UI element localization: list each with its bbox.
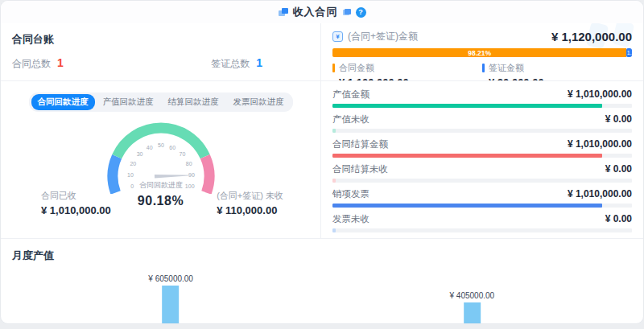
gauge-tick-label: 0 — [130, 183, 134, 189]
gauge-segment — [113, 157, 117, 193]
amount-icon: ¥ — [332, 31, 343, 42]
legend-marker — [482, 64, 485, 72]
summary-header-block: ¥ (合同+签证)金额 ¥ 1,120,000.00 98.21% 1. 合同金… — [321, 23, 643, 81]
row-bar-fill — [332, 129, 336, 133]
row-bar-track — [332, 129, 632, 133]
amount-row-合同结算未收: 合同结算未收 ¥ 0.00 — [332, 163, 632, 183]
row-bar-track — [332, 179, 632, 183]
gauge-name: 合同回款进度 — [139, 181, 183, 189]
legend-label: 签证金额 — [489, 62, 524, 74]
unreceived-label: (合同+签证) 未收 — [217, 190, 283, 202]
legend-value: ¥ 20,000.00 — [489, 76, 632, 81]
row-bar-track — [332, 204, 632, 208]
row-label: 产值金额 — [332, 88, 369, 101]
header: 收入合同 ? — [1, 1, 643, 23]
summary-legend: 合同金额 ¥ 1,100,000.00 签证金额 ¥ 20,000.00 — [332, 62, 632, 81]
legend-marker — [332, 64, 335, 72]
bar — [163, 286, 180, 324]
tab-合同回款进度[interactable]: 合同回款进度 — [31, 94, 95, 110]
legend-合同金额: 合同金额 ¥ 1,100,000.00 — [332, 62, 482, 81]
gauge-tick-label: 40 — [146, 145, 152, 150]
amount-row-产值未收: 产值未收 ¥ 0.00 — [332, 113, 632, 133]
legend-签证金额: 签证金额 ¥ 20,000.00 — [482, 62, 632, 81]
row-label: 销项发票 — [332, 188, 369, 200]
summary-title: (合同+签证)金额 — [348, 30, 418, 43]
legend-value: ¥ 1,100,000.00 — [339, 76, 482, 81]
row-bar-fill — [332, 104, 602, 108]
gauge-chart: 0102030405060708090100合同回款进度 — [1, 113, 320, 194]
document-icon-right — [343, 9, 351, 15]
amount-row-发票未收: 发票未收 ¥ 0.00 — [332, 213, 632, 232]
ledger-body: 合同回款进度产值回款进度结算回款进度发票回款进度 010203040506070… — [1, 93, 320, 227]
gauge-tick-label: 50 — [158, 142, 164, 148]
summary-total: ¥ 1,120,000.00 — [551, 30, 632, 43]
legend-label: 合同金额 — [339, 62, 374, 74]
ledger-stats: 合同总数 1签证总数 1 — [12, 56, 309, 71]
gauge-amounts: 合同已收 ¥ 1,010,000.00 (合同+签证) 未收 ¥ 110,000… — [1, 190, 320, 216]
gauge-tick-label: 90 — [188, 172, 195, 178]
document-icon-left — [279, 8, 288, 16]
row-value: ¥ 1,010,000.00 — [568, 88, 632, 100]
tab-发票回款进度[interactable]: 发票回款进度 — [227, 94, 291, 110]
unreceived-value: ¥ 110,000.00 — [217, 204, 283, 216]
gauge-tick-label: 30 — [136, 151, 142, 157]
month-bar-group-8月: ¥ 405000.00 8月 — [450, 291, 495, 324]
received-label: 合同已收 — [41, 190, 111, 202]
row-bar-track — [332, 154, 632, 158]
row-value: ¥ 1,010,000.00 — [568, 188, 632, 199]
gauge-tick-label: 80 — [185, 161, 192, 167]
row-bar-track — [332, 228, 632, 232]
row-bar-fill — [332, 154, 602, 158]
row-bar-fill — [332, 204, 602, 208]
summary-header: ¥ (合同+签证)金额 ¥ 1,120,000.00 — [332, 30, 632, 43]
row-bar-track — [332, 104, 632, 108]
amount-summary-panel: ¥ (合同+签证)金额 ¥ 1,120,000.00 98.21% 1. 合同金… — [320, 23, 643, 238]
row-label: 产值未收 — [332, 113, 369, 125]
row-label: 合同结算未收 — [332, 163, 388, 175]
row-bar-fill — [332, 228, 336, 232]
row-value: ¥ 0.00 — [605, 163, 632, 175]
gauge-tick-label: 70 — [179, 151, 185, 157]
gauge-tick-label: 20 — [130, 161, 136, 167]
row-value: ¥ 1,010,000.00 — [568, 138, 632, 150]
tab-产值回款进度[interactable]: 产值回款进度 — [97, 94, 160, 110]
row-label: 发票未收 — [332, 213, 369, 225]
bar-value-label: ¥ 605000.00 — [148, 274, 193, 283]
stat-value: 1 — [57, 56, 64, 69]
row-value: ¥ 0.00 — [605, 113, 632, 125]
ledger-header: 合同台账 合同总数 1签证总数 1 — [1, 23, 320, 81]
row-bar-fill — [332, 179, 336, 183]
contract-visa-stacked-bar: 98.21% 1. — [332, 48, 632, 57]
stat-value: 1 — [256, 56, 262, 69]
received-value: ¥ 1,010,000.00 — [41, 204, 111, 216]
gauge-tick-label: 100 — [184, 183, 194, 189]
gauge-segment — [204, 157, 208, 193]
amount-row-产值金额: 产值金额 ¥ 1,010,000.00 — [332, 88, 632, 108]
tab-结算回款进度[interactable]: 结算回款进度 — [162, 94, 225, 110]
visa-portion: 1. — [626, 48, 632, 57]
monthly-output-section: 月度产值 ¥ 605000.00 7月¥ 405000.00 8月 — [1, 238, 643, 324]
bar-value-label: ¥ 405000.00 — [450, 291, 495, 300]
unreceived-amount: (合同+签证) 未收 ¥ 110,000.00 — [217, 190, 283, 216]
amount-rows: 产值金额 ¥ 1,010,000.00 产值未收 ¥ 0.00 合同结算金额 ¥… — [321, 81, 643, 232]
progress-tabs: 合同回款进度产值回款进度结算回款进度发票回款进度 — [29, 93, 293, 112]
amount-row-合同结算金额: 合同结算金额 ¥ 1,010,000.00 — [332, 138, 632, 158]
gauge-tick-label: 10 — [127, 172, 134, 178]
month-bar-group-7月: ¥ 605000.00 7月 — [148, 274, 193, 324]
income-contract-dashboard: 收入合同 ? 合同台账 合同总数 1签证总数 1 合同回款进度产值回款进度结算回… — [0, 0, 644, 324]
contract-portion: 98.21% — [332, 48, 626, 57]
row-value: ¥ 0.00 — [605, 213, 632, 224]
stat-label: 签证总数 — [211, 57, 250, 71]
stat-合同总数: 合同总数 1 — [12, 56, 64, 71]
stat-label: 合同总数 — [12, 57, 51, 71]
monthly-bar-chart: ¥ 605000.00 7月¥ 405000.00 8月 — [12, 266, 632, 324]
bar — [464, 302, 481, 324]
help-icon[interactable]: ? — [356, 7, 366, 18]
received-amount: 合同已收 ¥ 1,010,000.00 — [41, 190, 111, 216]
contract-ledger-panel: 合同台账 合同总数 1签证总数 1 合同回款进度产值回款进度结算回款进度发票回款… — [1, 23, 320, 238]
monthly-title: 月度产值 — [12, 249, 632, 263]
amount-row-销项发票: 销项发票 ¥ 1,010,000.00 — [332, 188, 632, 208]
row-label: 合同结算金额 — [332, 138, 388, 150]
gauge-tick-label: 60 — [169, 145, 175, 150]
main-area: 合同台账 合同总数 1签证总数 1 合同回款进度产值回款进度结算回款进度发票回款… — [1, 23, 643, 238]
